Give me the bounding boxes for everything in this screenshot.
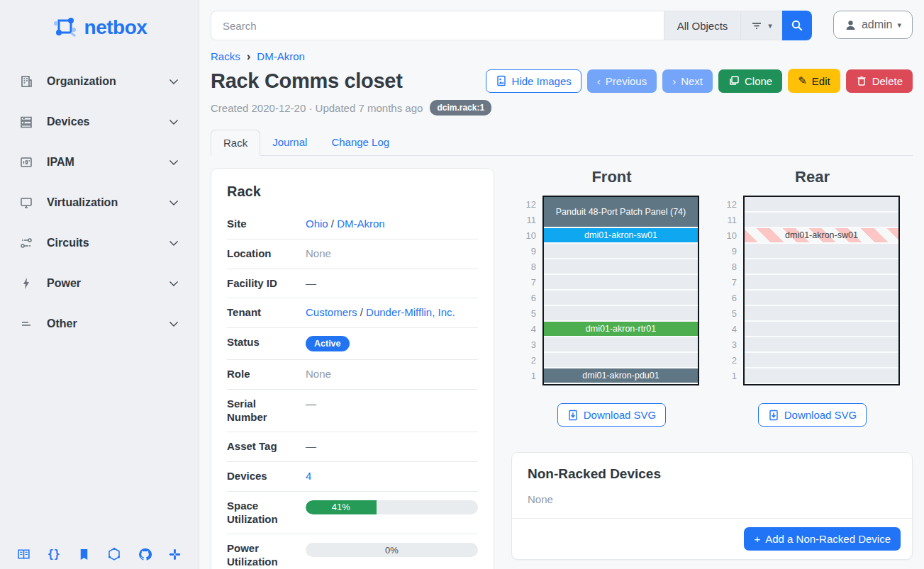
page-header: Rack Comms closet Hide Images ‹ Previous… xyxy=(211,69,913,93)
previous-button[interactable]: ‹ Previous xyxy=(587,69,657,93)
rest-api-braces-icon[interactable]: {} xyxy=(46,546,62,562)
rear-download-svg-button[interactable]: Download SVG xyxy=(758,403,867,427)
sidebar-nav: OrganizationDevicesIPAMVirtualizationCir… xyxy=(0,61,199,344)
lines-icon xyxy=(18,316,34,332)
power-utilization-bar: 0% xyxy=(306,543,478,557)
user-menu-label: admin xyxy=(862,18,893,31)
slack-icon[interactable] xyxy=(167,546,183,562)
sidebar-item-power[interactable]: Power xyxy=(0,263,199,303)
rack-device[interactable]: Panduit 48-Port Patch Panel (74) xyxy=(544,197,698,227)
empty-rack-unit-2[interactable] xyxy=(544,353,698,367)
tab-change-log[interactable]: Change Log xyxy=(319,130,401,155)
unit-number: 10 xyxy=(524,228,542,244)
sidebar-item-circuits[interactable]: Circuits xyxy=(0,222,199,263)
attribute-link[interactable]: DM-Akron xyxy=(337,218,385,230)
attribute-label: Status xyxy=(227,336,294,349)
graphql-icon[interactable] xyxy=(106,546,122,562)
unit-number: 3 xyxy=(524,337,542,353)
rear-elevation: Rear 121110987654321 dmi01-akron-sw01 Do… xyxy=(712,168,913,427)
search-icon xyxy=(791,19,803,32)
empty-rack-unit-5[interactable] xyxy=(544,306,698,320)
docs-book-icon[interactable] xyxy=(16,546,31,562)
empty-rack-unit-2[interactable] xyxy=(745,353,898,367)
user-icon xyxy=(845,19,857,31)
breadcrumb-racks-link[interactable]: Racks xyxy=(211,50,240,62)
empty-rack-unit-7[interactable] xyxy=(544,275,698,289)
empty-rack-unit-3[interactable] xyxy=(544,337,698,351)
empty-rack-unit-6[interactable] xyxy=(544,291,698,305)
netbox-logo[interactable]: netbox xyxy=(0,9,199,48)
empty-rack-unit-7[interactable] xyxy=(745,275,898,289)
search-input[interactable] xyxy=(211,11,664,40)
attribute-label: Location xyxy=(227,247,294,261)
front-unit-numbers: 121110987654321 xyxy=(524,196,542,385)
empty-rack-unit-11[interactable] xyxy=(745,213,898,227)
empty-rack-unit-4[interactable] xyxy=(745,322,898,336)
transit-icon xyxy=(18,235,34,251)
hide-images-button[interactable]: Hide Images xyxy=(486,69,581,93)
rack-device[interactable]: dmi01-akron-rtr01 xyxy=(544,322,698,336)
delete-button[interactable]: Delete xyxy=(846,69,913,93)
sidebar-item-devices[interactable]: Devices xyxy=(0,101,199,142)
attribute-link[interactable]: Dunder-Mifflin, Inc. xyxy=(366,306,455,318)
empty-rack-unit-5[interactable] xyxy=(745,306,898,320)
attribute-label: Space Utilization xyxy=(227,500,294,526)
user-menu-button[interactable]: admin ▾ xyxy=(833,11,913,39)
clone-button[interactable]: Clone xyxy=(718,69,782,93)
rack-device-label: dmi01-akron-sw01 xyxy=(785,230,858,240)
sidebar-item-virtualization[interactable]: Virtualization xyxy=(0,182,199,222)
attribute-value: None xyxy=(294,247,478,259)
filter-icon xyxy=(751,20,762,31)
devices-count-link[interactable]: 4 xyxy=(306,470,311,482)
sidebar-footer-links: {} xyxy=(0,546,199,562)
search-filter-dropdown[interactable]: ▾ xyxy=(740,11,782,40)
sidebar-item-label: Circuits xyxy=(47,237,167,249)
empty-rack-unit-9[interactable] xyxy=(745,244,898,258)
sidebar-item-organization[interactable]: Organization xyxy=(0,61,199,101)
topbar: All Objects ▾ admi xyxy=(211,11,913,40)
breadcrumb-dm-akron-link[interactable]: DM-Akron xyxy=(257,50,305,62)
unit-number: 3 xyxy=(725,337,743,353)
unit-number: 1 xyxy=(524,368,542,384)
lightning-icon xyxy=(18,276,34,291)
attribute-link[interactable]: Ohio xyxy=(306,218,328,230)
attribute-value: None xyxy=(294,368,478,380)
edit-button[interactable]: ✎ Edit xyxy=(788,69,840,93)
github-icon[interactable] xyxy=(137,546,152,562)
chevron-down-icon xyxy=(167,156,180,169)
rack-device[interactable]: dmi01-akron-sw01 xyxy=(544,228,698,242)
empty-rack-unit-1[interactable] xyxy=(745,368,898,383)
unit-number: 9 xyxy=(524,244,542,259)
unit-number: 7 xyxy=(524,275,542,291)
trash-icon xyxy=(856,75,867,86)
rear-elevation-title: Rear xyxy=(795,168,830,186)
next-button[interactable]: › Next xyxy=(662,69,713,93)
sidebar-item-other[interactable]: Other xyxy=(0,303,199,344)
front-download-svg-button[interactable]: Download SVG xyxy=(557,403,667,427)
rack-attribute-row: Space Utilization41% xyxy=(227,492,478,535)
add-non-racked-device-button[interactable]: + Add a Non-Racked Device xyxy=(744,527,901,551)
search-scope-dropdown[interactable]: All Objects xyxy=(664,11,741,40)
tab-rack[interactable]: Rack xyxy=(211,130,260,156)
empty-rack-unit-3[interactable] xyxy=(745,337,898,351)
tab-journal[interactable]: Journal xyxy=(260,130,319,155)
rack-device[interactable]: dmi01-akron-pdu01 xyxy=(544,368,698,383)
chevron-down-icon xyxy=(167,196,180,209)
sidebar-item-label: Power xyxy=(47,277,167,290)
rack-attributes-table: SiteOhio / DM-AkronLocationNoneFacility … xyxy=(227,210,478,569)
rack-device[interactable]: dmi01-akron-sw01 xyxy=(745,228,898,242)
empty-rack-unit-9[interactable] xyxy=(544,244,698,258)
attribute-link[interactable]: Customers xyxy=(306,306,357,318)
empty-rack-unit-8[interactable] xyxy=(745,259,898,274)
search-submit-button[interactable] xyxy=(782,11,812,40)
api-journal-icon[interactable] xyxy=(77,546,92,562)
sidebar-item-ipam[interactable]: IPAM xyxy=(0,142,199,182)
header-actions: Hide Images ‹ Previous › Next Clone ✎ Ed… xyxy=(486,69,913,93)
attribute-label: Facility ID xyxy=(227,277,294,291)
non-racked-devices-footer: + Add a Non-Racked Device xyxy=(512,518,912,559)
non-racked-devices-body: None xyxy=(512,482,912,518)
empty-rack-unit-12[interactable] xyxy=(745,197,898,211)
empty-rack-unit-8[interactable] xyxy=(544,259,698,274)
empty-rack-unit-6[interactable] xyxy=(745,291,898,305)
sidebar-item-label: Virtualization xyxy=(47,196,167,209)
